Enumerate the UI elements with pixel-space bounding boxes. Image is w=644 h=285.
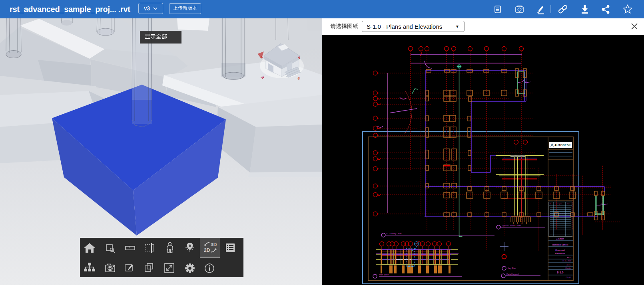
- svg-text:Plans and: Plans and: [555, 249, 565, 251]
- svg-text:Date: Date: [567, 203, 570, 205]
- svg-text:Key Plan: Key Plan: [508, 267, 516, 269]
- svg-text:Typical Column Detail: Typical Column Detail: [502, 224, 521, 227]
- svg-text:Checker: Checker: [565, 267, 572, 269]
- svg-text:Author: Author: [566, 264, 571, 266]
- svg-text:3D: 3D: [211, 242, 217, 247]
- svg-text:ABCD: ABCD: [567, 257, 571, 259]
- svg-text:P 1 of 1: P 1 of 1: [566, 276, 571, 278]
- svg-text:2D: 2D: [204, 247, 210, 253]
- svg-text:AUTODESK: AUTODESK: [554, 144, 571, 146]
- svg-text:S-1.0: S-1.0: [557, 271, 564, 274]
- svg-text:Main Scale: Main Scale: [379, 273, 389, 276]
- svg-text:No.: No.: [550, 203, 552, 205]
- svg-text:Elevations: Elevations: [555, 252, 565, 255]
- svg-text:01 Jan 2020: 01 Jan 2020: [562, 260, 572, 262]
- svg-text:01 - Snowy Level: 01 - Snowy Level: [386, 232, 401, 235]
- svg-text:Technical School: Technical School: [552, 243, 568, 246]
- svg-text:Detail Legend: Detail Legend: [506, 273, 519, 275]
- svg-text:J. Smith: J. Smith: [556, 238, 564, 240]
- svg-text:Description: Description: [556, 203, 562, 205]
